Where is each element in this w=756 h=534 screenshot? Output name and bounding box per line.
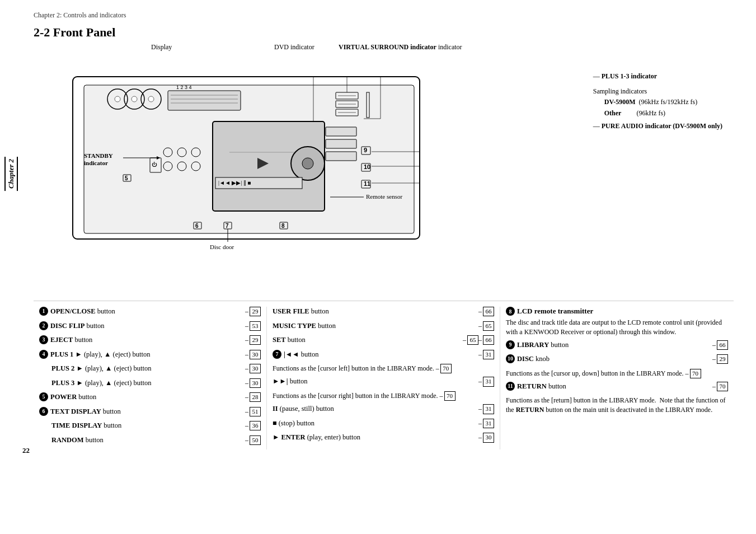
svg-text:|◄◄  ▶▶|  ‖  ■: |◄◄ ▶▶| ‖ ■ [218, 180, 251, 186]
page-time-display: –36 [245, 421, 261, 430]
page-plus1: –30 [245, 350, 261, 359]
label-plus3: PLUS 3 ► (play), ▲ (eject) button [51, 378, 245, 388]
ref-item-random: RANDOM button –50 [39, 435, 261, 446]
ref-item-6: 6 TEXT DISPLAY button –51 [39, 407, 261, 417]
label-plus1: PLUS 1 ► (play), ▲ (eject) button [50, 350, 245, 360]
page-random: –50 [245, 435, 261, 445]
svg-point-60 [115, 96, 120, 102]
ref-col3: 8 LCD remote transmitter The disc and tr… [500, 307, 734, 449]
svg-point-38 [302, 158, 313, 169]
svg-text:1  2  3  4: 1 2 3 4 [176, 85, 192, 90]
ref-item-2: 2 DISC FLIP button –53 [39, 321, 261, 331]
svg-text:⏻: ⏻ [152, 162, 157, 167]
page-open-close: –29 [245, 307, 261, 316]
page-rewind: –31 [478, 350, 494, 359]
ref-item-plus2: PLUS 2 ► (play), ▲ (eject) button –30 [39, 364, 261, 374]
page-eject: –29 [245, 335, 261, 345]
num-badge-3: 3 [39, 335, 48, 344]
ref-item-time-display: TIME DISPLAY button –36 [39, 421, 261, 431]
svg-text:6: 6 [195, 223, 199, 229]
label-power: POWER button [50, 392, 245, 402]
return-desc: Functions as the [return] button in the … [506, 396, 728, 415]
svg-text:11: 11 [364, 180, 370, 187]
label-stop: ■ (stop) button [273, 419, 478, 429]
ref-item-10: 10 DISC knob –29 [506, 354, 728, 364]
num-badge-9: 9 [506, 340, 515, 349]
page-text-display: –51 [245, 407, 261, 416]
label-lcd-remote: LCD remote transmitter [517, 307, 593, 316]
ref-item-4: 4 PLUS 1 ► (play), ▲ (eject) button –30 [39, 350, 261, 360]
page-pause: –31 [478, 404, 494, 414]
cursor-updown-text: Functions as the [cursor up, down] butto… [506, 369, 684, 377]
page-plus3: –30 [245, 378, 261, 388]
ref-item-user-file: USER FILE button –66 [273, 307, 494, 317]
page-stop: –31 [478, 419, 494, 428]
label-disc-knob: DISC knob [517, 354, 712, 364]
ref-item-5: 5 POWER button –28 [39, 392, 261, 402]
page-return: –70 [712, 382, 728, 391]
page-number: 22 [22, 446, 30, 455]
ref-item-plus3: PLUS 3 ► (play), ▲ (eject) button –30 [39, 378, 261, 388]
num-badge-11: 11 [506, 382, 515, 391]
lcd-remote-desc: The disc and track title data are output… [506, 318, 728, 337]
pure-audio-label: — PURE AUDIO indicator (DV-5900M only) [593, 121, 722, 132]
svg-text:indicator: indicator [84, 160, 108, 166]
label-plus2: PLUS 2 ► (play), ▲ (eject) button [51, 364, 245, 374]
page-library: –66 [712, 340, 728, 350]
label-music-type: MUSIC TYPE button [273, 321, 478, 331]
svg-rect-43 [326, 152, 356, 161]
svg-text:Disc door: Disc door [210, 243, 234, 250]
page-music-type: –65 [478, 321, 494, 331]
label-eject: EJECT button [50, 335, 245, 345]
num-badge-6: 6 [39, 407, 48, 416]
svg-text:9: 9 [364, 147, 367, 153]
svg-rect-42 [326, 139, 356, 148]
label-text-display: TEXT DISPLAY button [50, 407, 245, 417]
num-badge-7: 7 [273, 350, 281, 359]
label-time-display: TIME DISPLAY button [51, 421, 245, 431]
ref-item-11: 11 RETURN button –70 [506, 382, 728, 392]
num-badge-2: 2 [39, 321, 48, 330]
page-enter: –30 [478, 433, 494, 442]
svg-point-62 [148, 96, 154, 102]
page-set: –65–66 [463, 335, 494, 345]
num-badge-1: 1 [39, 307, 48, 316]
page-cursor-right: –70 [440, 392, 456, 400]
label-return: RETURN button [517, 382, 712, 392]
label-library: LIBRARY button [517, 340, 712, 350]
page-cursor-updown: –70 [685, 369, 701, 377]
svg-rect-2 [168, 91, 241, 110]
svg-text:STANDBY: STANDBY [84, 152, 113, 159]
section-title: 2-2 Front Panel [34, 25, 734, 40]
num-badge-10: 10 [506, 354, 515, 363]
sampling-dv5900m: DV-5900M (96kHz fs/192kHz fs) [604, 97, 722, 107]
label-open-close: OPEN/CLOSE button [50, 307, 245, 317]
ref-item-pause: II (pause, still) button –31 [273, 404, 494, 414]
ref-item-cursor-left: Functions as the [cursor left] button in… [273, 364, 494, 373]
svg-point-61 [132, 96, 137, 102]
page-disc-knob: –29 [712, 354, 728, 364]
chapter-side-label: Chapter 2 [4, 157, 18, 191]
label-display: Display [151, 43, 172, 51]
svg-text:7: 7 [226, 223, 229, 229]
label-disc-flip: DISC FLIP button [50, 321, 245, 331]
ref-item-3: 3 EJECT button –29 [39, 335, 261, 345]
ref-item-8-header: 8 LCD remote transmitter [506, 307, 728, 316]
label-virtual: VIRTUAL SURROUND indicator indicator [339, 43, 462, 51]
label-random: RANDOM button [51, 435, 245, 446]
label-pause: II (pause, still) button [273, 404, 478, 414]
page-disc-flip: –53 [245, 321, 261, 331]
ref-item-music-type: MUSIC TYPE button –65 [273, 321, 494, 331]
svg-rect-41 [326, 127, 356, 136]
ref-item-enter: ► ENTER (play, enter) button –30 [273, 433, 494, 443]
cursor-left-text: Functions as the [cursor left] button in… [273, 364, 434, 372]
page-power: –28 [245, 392, 261, 402]
label-rewind: |◄◄ button [284, 350, 478, 360]
num-badge-8: 8 [506, 307, 515, 316]
sampling-other: Other (96kHz fs) [604, 108, 722, 119]
page-cursor-left: –70 [436, 364, 452, 372]
ref-item-stop: ■ (stop) button –31 [273, 419, 494, 429]
page-container: Chapter 2 Chapter 2: Controls and indica… [0, 0, 756, 461]
sampling-header: Sampling indicators [593, 86, 722, 97]
page-user-file: –66 [478, 307, 494, 316]
